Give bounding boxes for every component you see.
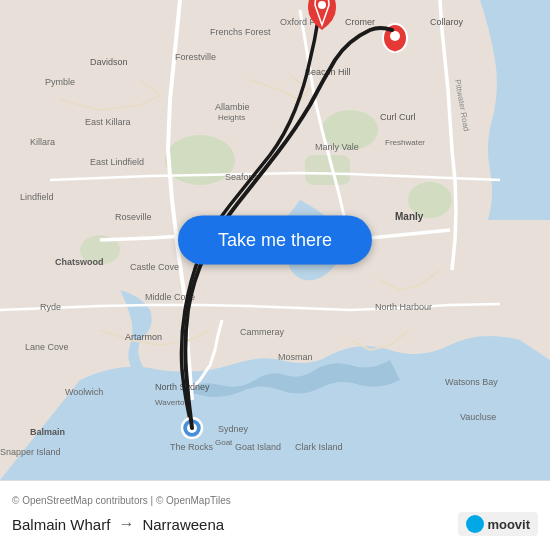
svg-text:Roseville: Roseville <box>115 212 152 222</box>
svg-text:East Killara: East Killara <box>85 117 131 127</box>
svg-text:Vaucluse: Vaucluse <box>460 412 496 422</box>
svg-text:Lindfield: Lindfield <box>20 192 54 202</box>
svg-text:Frenchs Forest: Frenchs Forest <box>210 27 271 37</box>
svg-text:Snapper Island: Snapper Island <box>0 447 61 457</box>
svg-text:Cromer: Cromer <box>345 17 375 27</box>
svg-text:Watsons Bay: Watsons Bay <box>445 377 498 387</box>
svg-point-51 <box>318 1 326 9</box>
svg-text:The Rocks: The Rocks <box>170 442 214 452</box>
route-info: Balmain Wharf → Narraweena moovit <box>12 512 538 536</box>
svg-text:Heights: Heights <box>218 113 245 122</box>
moovit-logo: moovit <box>458 512 538 536</box>
svg-text:Goat: Goat <box>215 438 233 447</box>
svg-point-53 <box>390 31 400 41</box>
moovit-brand-name: moovit <box>487 517 530 532</box>
moovit-icon <box>466 515 484 533</box>
button-overlay: Take me there <box>178 216 372 265</box>
svg-text:Woolwich: Woolwich <box>65 387 103 397</box>
svg-rect-5 <box>305 155 350 185</box>
svg-text:Chatswood: Chatswood <box>55 257 104 267</box>
svg-text:Artarmon: Artarmon <box>125 332 162 342</box>
svg-text:Castle Cove: Castle Cove <box>130 262 179 272</box>
svg-text:Waverton: Waverton <box>155 398 189 407</box>
svg-text:Manly: Manly <box>395 211 424 222</box>
svg-text:Mosman: Mosman <box>278 352 313 362</box>
svg-text:Manly Vale: Manly Vale <box>315 142 359 152</box>
route-destination: Narraweena <box>142 516 224 533</box>
svg-text:Pymble: Pymble <box>45 77 75 87</box>
svg-text:East Lindfield: East Lindfield <box>90 157 144 167</box>
svg-text:Davidson: Davidson <box>90 57 128 67</box>
footer-content: © OpenStreetMap contributors | © OpenMap… <box>12 495 538 536</box>
footer: © OpenStreetMap contributors | © OpenMap… <box>0 480 550 550</box>
svg-text:Allambie: Allambie <box>215 102 250 112</box>
svg-text:Clark Island: Clark Island <box>295 442 343 452</box>
svg-text:Curl Curl: Curl Curl <box>380 112 416 122</box>
svg-text:Lane Cove: Lane Cove <box>25 342 69 352</box>
arrow-icon: → <box>118 515 134 533</box>
svg-text:Sydney: Sydney <box>218 424 249 434</box>
svg-text:Cammeray: Cammeray <box>240 327 285 337</box>
take-me-there-button[interactable]: Take me there <box>178 216 372 265</box>
svg-text:Freshwater: Freshwater <box>385 138 425 147</box>
svg-text:North Harbour: North Harbour <box>375 302 432 312</box>
svg-text:Killara: Killara <box>30 137 55 147</box>
map-container: Pymble Killara Lindfield Chatswood Ryde … <box>0 0 550 480</box>
svg-text:Forestville: Forestville <box>175 52 216 62</box>
svg-text:Ryde: Ryde <box>40 302 61 312</box>
route-origin: Balmain Wharf <box>12 516 110 533</box>
svg-text:Balmain: Balmain <box>30 427 65 437</box>
svg-text:Goat Island: Goat Island <box>235 442 281 452</box>
svg-text:Collaroy: Collaroy <box>430 17 464 27</box>
map-attribution: © OpenStreetMap contributors | © OpenMap… <box>12 495 538 506</box>
